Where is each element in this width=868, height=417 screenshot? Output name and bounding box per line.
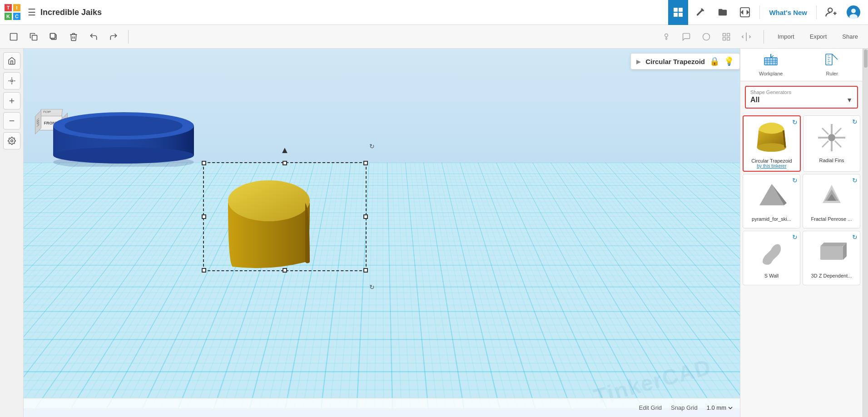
yellow-trapezoid-shape[interactable] xyxy=(219,167,310,267)
visibility-icon[interactable]: 💡 xyxy=(724,56,734,66)
duplicate-button[interactable] xyxy=(45,28,63,46)
copy-button[interactable] xyxy=(25,28,43,46)
tinkercad-logo[interactable]: T I K C xyxy=(5,4,21,20)
toolbar: Import Export Share xyxy=(0,25,868,49)
fit-view-btn[interactable] xyxy=(3,72,20,89)
circular-trapezoid-icon-area xyxy=(754,120,790,156)
delete-button[interactable] xyxy=(64,28,83,46)
list-icon[interactable]: ☰ xyxy=(28,7,36,18)
svg-line-63 xyxy=(822,141,828,147)
shape-item-pyramid[interactable]: ↻ pyramid_for_ski... xyxy=(743,174,800,228)
undo-button[interactable] xyxy=(84,28,103,46)
svg-point-16 xyxy=(665,34,668,37)
svg-line-62 xyxy=(835,128,841,134)
svg-rect-21 xyxy=(727,37,730,40)
scrollbar-thumb[interactable] xyxy=(864,50,868,68)
lightbulb-btn[interactable] xyxy=(657,28,675,46)
panel-top-tools: Workplane Ruler xyxy=(740,49,863,81)
radial-fins-label: Radial Fins xyxy=(819,158,844,163)
refresh-fractal-icon[interactable]: ↻ xyxy=(852,177,858,184)
zoom-in-btn[interactable] xyxy=(3,92,20,109)
shape-generators-dropdown[interactable]: Shape Generators All ▼ xyxy=(745,86,858,109)
svg-rect-3 xyxy=(679,13,683,17)
mirror-btn[interactable] xyxy=(737,28,755,46)
svg-point-9 xyxy=(851,9,856,13)
s-wall-label: S Wall xyxy=(764,273,779,278)
svg-rect-19 xyxy=(727,33,730,36)
svg-point-23 xyxy=(10,80,13,82)
refresh-s-wall-icon[interactable]: ↻ xyxy=(792,233,798,241)
toolbar-sep-1 xyxy=(128,30,129,44)
grid-btn[interactable] xyxy=(717,28,735,46)
s-wall-icon-area xyxy=(754,235,790,271)
svg-rect-0 xyxy=(674,8,678,12)
settings-btn[interactable] xyxy=(3,132,20,149)
svg-point-54 xyxy=(757,143,786,152)
blue-cylinder-shape[interactable] xyxy=(51,103,192,162)
project-title[interactable]: Incredible Jaiks xyxy=(40,8,102,17)
refresh-radial-fins-icon[interactable]: ↻ xyxy=(852,118,858,125)
grid-floor xyxy=(24,163,740,408)
lock-icon[interactable]: 🔒 xyxy=(709,56,719,66)
home-view-btn[interactable] xyxy=(3,52,20,70)
grid-view-icon-btn[interactable] xyxy=(668,0,688,25)
zoom-out-btn[interactable] xyxy=(3,112,20,129)
svg-line-61 xyxy=(835,141,841,147)
shapes-row-1: ↻ xyxy=(743,115,860,172)
shape-item-fractal-penrose[interactable]: ↻ Fractal Penrose ... xyxy=(803,174,860,228)
svg-point-34 xyxy=(228,180,310,221)
shape-item-radial-fins[interactable]: ↻ Radia xyxy=(803,115,860,172)
shape-generators-arrow[interactable]: ▼ xyxy=(846,96,853,104)
import-btn[interactable]: Import xyxy=(772,28,800,46)
pyramid-icon-area xyxy=(754,178,790,214)
circle-btn[interactable] xyxy=(697,28,715,46)
circular-trapezoid-sublabel[interactable]: by this tinkerer xyxy=(757,164,786,169)
shape-item-s-wall[interactable]: ↻ S Wall xyxy=(743,231,800,285)
left-sidebar xyxy=(0,49,24,417)
pyramid-label: pyramid_for_ski... xyxy=(752,216,791,222)
refresh-3d-z-icon[interactable]: ↻ xyxy=(852,233,858,241)
refresh-circular-trapezoid-icon[interactable]: ↻ xyxy=(792,119,798,126)
right-scrollbar[interactable] xyxy=(863,49,868,417)
shapes-row-3: ↻ S Wall ↻ xyxy=(743,231,860,285)
canvas-area[interactable]: TOP FRONT LEFT xyxy=(24,49,740,417)
refresh-pyramid-icon[interactable]: ↻ xyxy=(792,177,798,184)
selected-shape-bar: ▶ Circular Trapezoid 🔒 💡 xyxy=(630,53,740,70)
snap-grid-value[interactable]: 1.0 mm xyxy=(707,404,733,411)
shape-generators-select-row[interactable]: All ▼ xyxy=(746,95,857,108)
radial-fins-icon-area xyxy=(813,119,850,156)
ruler-label: Ruler xyxy=(826,71,838,76)
3d-z-label: 3D Z Dependent... xyxy=(811,273,852,278)
add-user-btn[interactable] xyxy=(821,0,841,25)
hammer-icon-btn[interactable] xyxy=(690,0,710,25)
edit-grid-label[interactable]: Edit Grid xyxy=(639,404,662,411)
main-area: TOP FRONT LEFT xyxy=(0,49,868,417)
svg-rect-14 xyxy=(50,33,55,38)
rotate-handle-tr: ↻ xyxy=(369,143,375,150)
folder-icon-btn[interactable] xyxy=(713,0,733,25)
snap-grid-label: Snap Grid xyxy=(671,404,698,411)
header-right: What's New xyxy=(668,0,863,25)
redo-button[interactable] xyxy=(104,28,123,46)
move-up-arrow: ▲ xyxy=(280,145,289,155)
right-panel: Workplane Ruler xyxy=(740,49,863,417)
comment-btn[interactable] xyxy=(677,28,695,46)
share-btn[interactable]: Share xyxy=(837,28,863,46)
svg-point-5 xyxy=(828,8,832,12)
svg-line-51 xyxy=(832,54,838,60)
new-button[interactable] xyxy=(5,28,23,46)
shape-item-3d-z[interactable]: ↻ 3D Z Dependent... xyxy=(803,231,860,285)
svg-rect-11 xyxy=(10,33,17,40)
export-btn[interactable]: Export xyxy=(804,28,833,46)
svg-point-17 xyxy=(703,33,709,40)
3d-z-icon-area xyxy=(813,235,850,271)
shape-item-circular-trapezoid[interactable]: ↻ xyxy=(743,115,801,172)
ruler-btn[interactable]: Ruler xyxy=(802,49,863,81)
shape-generators-label: Shape Generators xyxy=(746,87,857,95)
workplane-btn[interactable]: Workplane xyxy=(740,49,802,81)
circular-trapezoid-label: Circular Trapezoid xyxy=(751,158,792,164)
profile-avatar-btn[interactable] xyxy=(843,0,863,25)
code-icon-btn[interactable] xyxy=(735,0,755,25)
header-separator xyxy=(759,5,760,19)
whats-new-button[interactable]: What's New xyxy=(764,9,812,16)
